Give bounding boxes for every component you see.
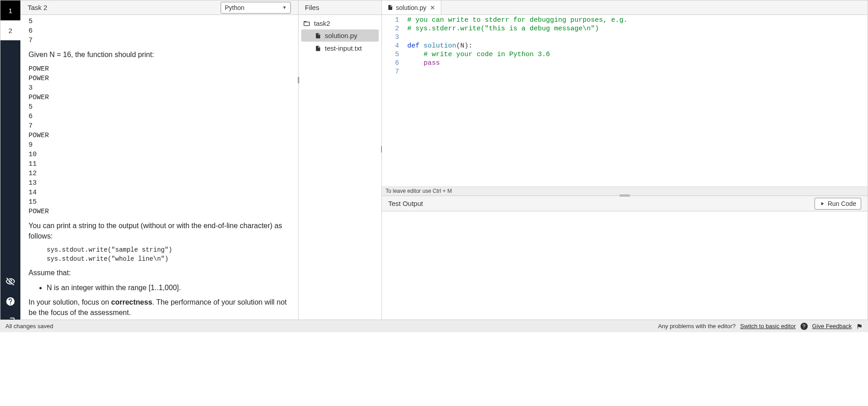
language-value: Python xyxy=(225,4,245,11)
problem-header: Task 2 Python ▼ xyxy=(20,0,298,15)
close-icon[interactable]: ✕ xyxy=(430,4,435,11)
folder-open-icon xyxy=(303,20,310,27)
visibility-off-icon[interactable] xyxy=(0,272,20,291)
code-editor[interactable]: 1234567 # you can write to stderr for de… xyxy=(382,15,868,186)
editor-column: solution.py ✕ 1234567 # you can write to… xyxy=(382,0,868,331)
assumption-bullet: N is an integer within the range [1..1,0… xyxy=(47,283,291,293)
task-title: Task 2 xyxy=(28,4,221,11)
editor-tabs: solution.py ✕ xyxy=(382,0,868,15)
help-circle-icon[interactable]: ? xyxy=(800,323,808,330)
save-status: All changes saved xyxy=(5,323,658,330)
file-icon xyxy=(315,45,321,52)
run-label: Run Code xyxy=(828,200,856,207)
task-nav-1[interactable]: 1 xyxy=(0,0,20,20)
editor-problems-text: Any problems with the editor? xyxy=(658,323,735,330)
example-output-1: 5 6 7 xyxy=(29,17,291,45)
file-icon xyxy=(387,5,393,10)
assume-label: Assume that: xyxy=(29,268,291,278)
switch-editor-link[interactable]: Switch to basic editor xyxy=(740,323,796,330)
file-test-input[interactable]: test-input.txt xyxy=(301,42,379,54)
status-bar: All changes saved Any problems with the … xyxy=(0,320,868,332)
language-select[interactable]: Python ▼ xyxy=(221,2,291,14)
app-root: 1 2 Task 2 Python ▼ 5 6 7 Given N = 16, … xyxy=(0,0,868,332)
test-output-body xyxy=(382,211,868,331)
test-output-label: Test Output xyxy=(388,200,815,207)
run-code-button[interactable]: Run Code xyxy=(815,198,861,210)
splitter-horizontal-icon[interactable]: ══ xyxy=(618,193,632,198)
task-nav-2[interactable]: 2 xyxy=(0,20,20,40)
file-solution[interactable]: solution.py xyxy=(301,29,379,42)
files-body: task2 solution.py test-input.txt xyxy=(299,15,381,331)
files-panel: Files task2 solution.py test-input.txt |… xyxy=(299,0,382,331)
chevron-down-icon: ▼ xyxy=(282,5,287,10)
flag-icon[interactable] xyxy=(856,323,863,330)
files-header: Files xyxy=(299,0,381,15)
file-icon xyxy=(315,33,321,39)
example-intro: Given N = 16, the function should print: xyxy=(29,50,291,60)
focus-note: In your solution, focus on correctness. … xyxy=(29,297,291,318)
editor-tab-solution[interactable]: solution.py ✕ xyxy=(382,0,441,14)
test-output-panel: ══ Test Output Run Code xyxy=(382,196,868,331)
give-feedback-link[interactable]: Give Feedback xyxy=(812,323,852,330)
task-nav-rail: 1 2 xyxy=(0,0,20,331)
folder-task2[interactable]: task2 xyxy=(299,18,381,29)
problem-panel: Task 2 Python ▼ 5 6 7 Given N = 16, the … xyxy=(20,0,299,331)
file-label: test-input.txt xyxy=(325,44,362,52)
file-label: solution.py xyxy=(325,32,357,39)
play-icon xyxy=(820,201,825,206)
code-sample: sys.stdout.write("sample string") sys.st… xyxy=(47,246,291,263)
example-output-2: POWER POWER 3 POWER 5 6 7 POWER 9 10 11 … xyxy=(29,64,291,216)
problem-description[interactable]: 5 6 7 Given N = 16, the function should … xyxy=(20,15,298,331)
line-gutter: 1234567 xyxy=(382,15,404,186)
folder-label: task2 xyxy=(314,19,330,27)
print-hint: You can print a string to the output (wi… xyxy=(29,221,291,241)
splitter-vertical-icon[interactable]: || xyxy=(296,73,300,86)
help-icon[interactable] xyxy=(0,291,20,311)
code-area[interactable]: # you can write to stderr for debugging … xyxy=(404,15,868,186)
tab-label: solution.py xyxy=(396,4,426,11)
